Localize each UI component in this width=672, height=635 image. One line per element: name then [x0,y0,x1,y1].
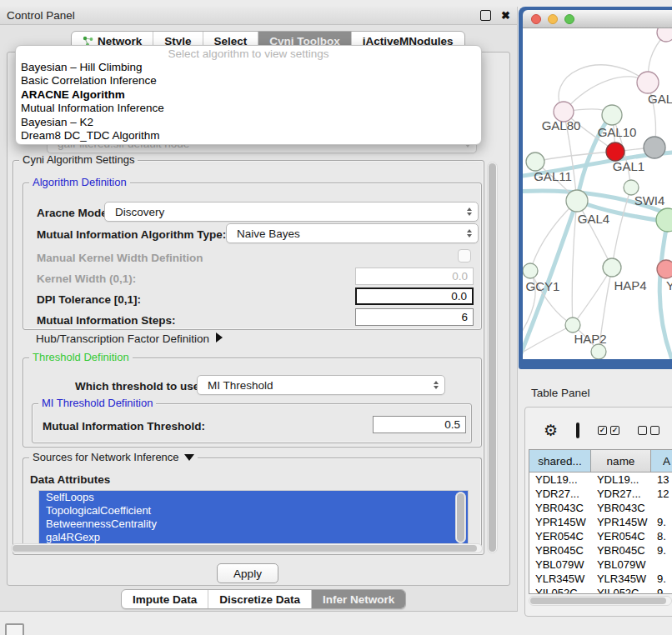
network-window-titlebar[interactable] [523,10,672,28]
table-cell[interactable]: YDL19... [591,472,651,487]
which-threshold-label: Which threshold to use: [75,380,203,392]
node-hap4[interactable] [603,258,621,277]
restore-panel-icon[interactable] [5,623,24,635]
table-row[interactable]: YPR145WYPR145W9. [529,515,672,529]
node-label: Y [666,278,672,292]
table-cell[interactable]: YPR145W [591,515,651,529]
table-cell[interactable]: YBR045C [591,543,651,558]
sources-title[interactable]: Sources for Network Inference [29,451,198,463]
table-row[interactable]: YDL19...YDL19...13 [529,472,672,487]
select-all-columns-icon[interactable]: ✓✓ [598,426,619,435]
attribute-item[interactable]: gal4RGexp [39,531,468,544]
float-window-icon[interactable] [480,10,491,21]
hub-definition-toggle[interactable]: Hub/Transcription Factor Definition [36,332,223,345]
column-header[interactable]: A [651,450,672,472]
table-row[interactable]: YIL052CYIL052C9 [529,586,672,594]
attribute-item[interactable]: SelfLoops [39,491,468,504]
algorithm-option[interactable]: Bayesian – K2 [16,116,481,129]
table-cell[interactable]: YBL079W [591,558,651,572]
node-salmon-right[interactable] [657,260,672,278]
table-row[interactable]: YBR045CYBR045C9. [529,543,672,558]
table-cell[interactable]: 13 [651,472,672,487]
apply-button[interactable]: Apply [217,563,278,583]
algorithm-option[interactable]: Dream8 DC_TDC Algorithm [16,129,481,142]
dpi-tolerance-field[interactable] [355,288,474,305]
table-cell[interactable]: YBR043C [529,501,591,515]
table-row[interactable]: YBR043CYBR043C [529,501,672,515]
settings-gear-icon[interactable]: ⚙ [544,421,558,440]
data-attributes-label: Data Attributes [30,473,110,486]
table-cell[interactable]: 12 [651,487,672,501]
table-cell[interactable]: 9. [651,572,672,586]
node-gal4[interactable] [566,190,588,212]
mi-threshold-field[interactable] [373,416,466,433]
column-header[interactable]: name [591,450,651,472]
node-bottom[interactable] [591,344,606,359]
table-cell[interactable] [651,558,672,572]
table-cell[interactable]: YBL079W [529,558,591,572]
data-attributes-list[interactable]: SelfLoopsTopologicalCoefficientBetweenne… [38,490,469,545]
table-cell[interactable] [651,501,672,515]
table-cell[interactable]: YLR345W [529,572,591,586]
table-cell[interactable]: YLR345W [591,572,651,586]
table-row[interactable]: YER054CYER054C8. [529,529,672,543]
table-cell[interactable]: YPR145W [529,515,591,529]
table-cell[interactable]: YER054C [591,529,651,543]
algorithm-option[interactable]: Bayesian – Hill Climbing [16,61,481,74]
control-panel-titlebar[interactable]: Control Panel ✖ [0,7,517,25]
algorithm-option[interactable]: Mutual Information Inference [16,102,481,115]
close-window-icon[interactable] [531,14,541,24]
aracne-mode-combobox[interactable]: Discovery [104,202,479,222]
tab-discretize-data[interactable]: Discretize Data [208,590,312,608]
which-threshold-combobox[interactable]: MI Threshold [197,375,445,395]
tab-impute-data[interactable]: Impute Data [122,590,208,608]
node-gal-right[interactable] [637,72,659,93]
combo-spinner-icon [467,229,472,238]
minimize-window-icon[interactable] [548,14,558,24]
table-cell[interactable]: 8. [651,529,672,543]
table-cell[interactable]: 9. [651,515,672,529]
split-view-icon[interactable] [576,422,579,438]
deselect-all-columns-icon[interactable] [638,426,659,435]
attribute-list-scrollbar[interactable] [455,492,466,543]
table-row[interactable]: YDR27...YDR27...12 [529,487,672,501]
table-cell[interactable]: YDR27... [529,487,591,501]
table-cell[interactable]: YBR045C [529,543,591,558]
table-cell[interactable]: YIL052C [591,586,651,594]
table-cell[interactable]: 9. [651,543,672,558]
node-gal11[interactable] [526,152,544,171]
node-gal1[interactable] [606,142,624,161]
column-header[interactable]: shared... [529,450,591,472]
algorithm-option[interactable]: Basic Correlation Inference [16,74,481,88]
algorithm-combobox-placeholder[interactable]: Select algorithm to view settings [16,46,481,61]
table-cell[interactable]: 9 [651,586,672,594]
network-canvas[interactable]: GALGAL80GAL10GAL1GAL11SWI4GAL4GCY1HAP4YH… [523,28,672,359]
algorithm-option[interactable]: ARACNE Algorithm [16,88,481,102]
network-edge [559,65,648,112]
close-icon[interactable]: ✖ [501,11,510,20]
settings-horizontal-scrollbar[interactable] [11,543,483,553]
attribute-item[interactable]: TopologicalCoefficient [39,504,468,518]
table-row[interactable]: YBL079WYBL079W [529,558,672,572]
node-gray[interactable] [644,137,665,158]
kernel-width-field[interactable] [355,268,474,285]
node-gcy1[interactable] [523,263,538,278]
node-hap2[interactable] [565,318,580,332]
table-cell[interactable]: YDL19... [529,472,591,487]
zoom-window-icon[interactable] [564,14,574,24]
settings-vertical-scrollbar[interactable] [487,162,498,553]
node-gal10[interactable] [602,105,622,125]
table-cell[interactable]: YIL052C [529,586,591,594]
node-top-right[interactable] [657,28,672,42]
tab-infer-network[interactable]: Infer Network [312,590,405,608]
table-cell[interactable]: YDR27... [591,487,651,501]
mi-threshold-label: Mutual Information Threshold: [43,420,205,432]
manual-kernel-checkbox[interactable] [458,249,471,262]
mi-steps-field[interactable] [355,308,474,326]
table-cell[interactable]: YBR043C [591,501,651,515]
table-horizontal-scrollbar[interactable] [529,596,672,606]
mi-algorithm-type-combobox[interactable]: Naive Bayes [226,223,479,243]
attribute-item[interactable]: BetweennessCentrality [39,518,468,531]
table-row[interactable]: YLR345WYLR345W9. [529,572,672,586]
table-cell[interactable]: YER054C [529,529,591,543]
